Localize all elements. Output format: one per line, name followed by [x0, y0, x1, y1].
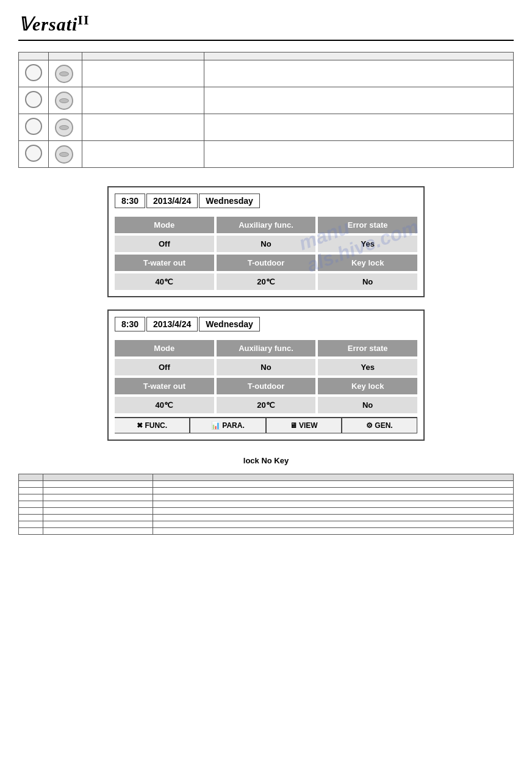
key-lock-text: lock No Key [243, 456, 289, 465]
bt-row-desc [153, 494, 514, 501]
bt-row-num [19, 515, 43, 521]
col-header-name [82, 52, 204, 60]
panel-day-2: Wednesday [199, 317, 260, 331]
panels-section: manuals.hive.com 8:30 2013/4/24 Wednesda… [18, 186, 514, 441]
bt-row-desc [153, 481, 514, 488]
table-row [19, 488, 514, 494]
table-row [19, 60, 514, 87]
row-num [19, 114, 49, 141]
row-icon [49, 60, 82, 87]
panel-date: 2013/4/24 [146, 194, 198, 208]
bt-row-desc [153, 528, 514, 535]
table-row [19, 141, 514, 168]
cell-label-twater-2: T-water out [115, 378, 214, 394]
cell-value-toutdoor-2: 20℃ [217, 397, 316, 413]
row-icon [49, 141, 82, 168]
cell-value-aux-2: No [217, 359, 316, 375]
table-row [19, 494, 514, 501]
radio-icon [55, 118, 73, 137]
btcol-header-name [43, 474, 153, 481]
cell-value-error-2: Yes [318, 359, 417, 375]
nav-para-button[interactable]: 📊 PARA. [190, 418, 265, 433]
panel-time-2: 8:30 [115, 317, 145, 331]
bt-row-desc [153, 501, 514, 508]
panel-grid-2: Mode Auxiliary func. Error state Off No … [115, 340, 417, 413]
table-row [19, 114, 514, 141]
bt-row-num [19, 521, 43, 528]
brand-logo: 𝕍ersatiII [18, 12, 89, 35]
col-header-desc [204, 52, 514, 60]
nav-func-button[interactable]: ✖ FUNC. [115, 418, 190, 433]
table-row [19, 515, 514, 521]
bt-row-num [19, 528, 43, 535]
panel-grid: Mode Auxiliary func. Error state Off No … [115, 217, 417, 290]
circle-radio [25, 118, 42, 135]
bt-row-name [43, 494, 153, 501]
row-num [19, 141, 49, 168]
cell-value-aux: No [217, 236, 316, 252]
bt-row-desc [153, 488, 514, 494]
panel-date-2: 2013/4/24 [146, 317, 198, 331]
row-num [19, 60, 49, 87]
bt-row-num [19, 488, 43, 494]
display-panel-2: 8:30 2013/4/24 Wednesday Mode Auxiliary … [107, 309, 425, 441]
logo-section: 𝕍ersatiII [18, 12, 514, 41]
bt-row-num [19, 494, 43, 501]
cell-label-toutdoor-2: T-outdoor [217, 378, 316, 394]
table-row [19, 87, 514, 114]
bt-row-num [19, 508, 43, 515]
circle-radio [25, 64, 42, 81]
row-name [82, 60, 204, 87]
nav-view-button[interactable]: 🖥 VIEW [266, 418, 342, 433]
table-row [19, 521, 514, 528]
cell-label-keylock-2: Key lock [318, 378, 417, 394]
bt-row-desc [153, 515, 514, 521]
nav-bar: ✖ FUNC. 📊 PARA. 🖥 VIEW ⚙ GEN. [115, 417, 417, 433]
bt-row-name [43, 528, 153, 535]
row-icon [49, 114, 82, 141]
top-reference-table [18, 52, 514, 168]
cell-label-mode-2: Mode [115, 340, 214, 357]
row-desc [204, 114, 514, 141]
radio-icon [55, 65, 73, 83]
cell-label-twater: T-water out [115, 255, 214, 271]
cell-label-keylock: Key lock [318, 255, 417, 271]
cell-label-mode: Mode [115, 217, 214, 233]
bt-row-name [43, 515, 153, 521]
cell-label-error-2: Error state [318, 340, 417, 357]
cell-value-keylock: No [318, 273, 417, 290]
cell-value-toutdoor: 20℃ [217, 273, 316, 290]
radio-icon [55, 92, 73, 110]
bottom-reference-table [18, 474, 514, 535]
row-name [82, 114, 204, 141]
row-desc [204, 60, 514, 87]
cell-value-mode: Off [115, 236, 214, 252]
row-name [82, 87, 204, 114]
panel-header: 8:30 2013/4/24 Wednesday [115, 194, 417, 208]
row-desc [204, 141, 514, 168]
cell-value-keylock-2: No [318, 397, 417, 413]
col-header-icon [49, 52, 82, 60]
bt-row-name [43, 481, 153, 488]
panel-time: 8:30 [115, 194, 145, 208]
bt-row-name [43, 521, 153, 528]
cell-value-mode-2: Off [115, 359, 214, 375]
cell-value-error: Yes [318, 236, 417, 252]
table-row [19, 501, 514, 508]
btcol-header-num [19, 474, 43, 481]
row-num [19, 87, 49, 114]
btcol-header-desc [153, 474, 514, 481]
bt-row-name [43, 488, 153, 494]
radio-icon [55, 145, 73, 164]
nav-gen-button[interactable]: ⚙ GEN. [342, 418, 417, 433]
cell-value-twater-2: 40℃ [115, 397, 214, 413]
bt-row-name [43, 508, 153, 515]
table-row [19, 528, 514, 535]
cell-value-twater: 40℃ [115, 273, 214, 290]
cell-label-toutdoor: T-outdoor [217, 255, 316, 271]
col-header-num [19, 52, 49, 60]
bt-row-desc [153, 521, 514, 528]
cell-label-error: Error state [318, 217, 417, 233]
panel-header-2: 8:30 2013/4/24 Wednesday [115, 317, 417, 331]
bt-row-name [43, 501, 153, 508]
